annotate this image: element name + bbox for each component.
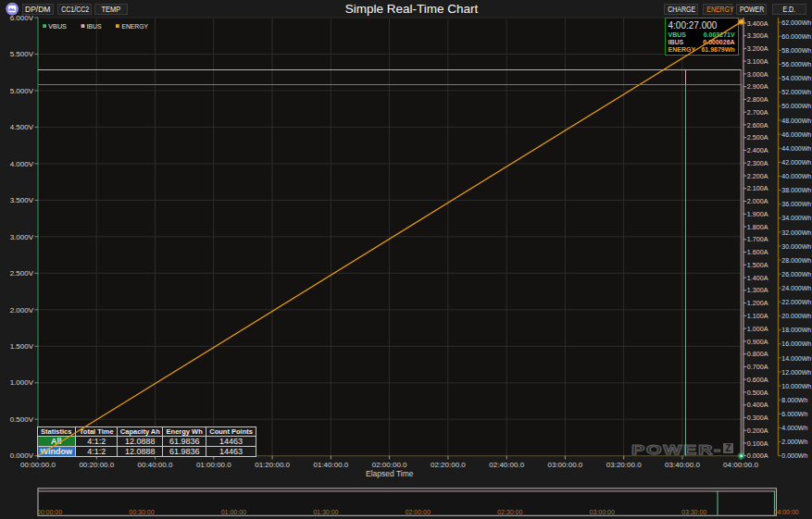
svg-text:2.500V: 2.500V [10,269,34,278]
svg-text:03:20:00.0: 03:20:00.0 [606,461,642,469]
svg-text:01:00:00: 01:00:00 [221,509,246,515]
svg-text:2.000V: 2.000V [10,306,34,315]
svg-text:42.000Wh: 42.000Wh [781,159,811,166]
svg-text:1.700A: 1.700A [747,235,768,243]
svg-text:00:40:00.0: 00:40:00.0 [138,461,173,469]
svg-text:14.000Wh: 14.000Wh [781,355,811,362]
svg-text:03:00:00: 03:00:00 [590,509,615,515]
svg-text:0.000A: 0.000A [747,451,768,460]
svg-text:03:40:00.0: 03:40:00.0 [665,461,700,469]
svg-text:1.500A: 1.500A [747,261,768,269]
svg-text:01:00:00.0: 01:00:00.0 [196,461,231,469]
svg-text:52.000Wh: 52.000Wh [781,89,811,95]
svg-text:8.000Wh: 8.000Wh [781,397,807,403]
svg-text:54.000Wh: 54.000Wh [781,75,811,81]
svg-text:4.000V: 4.000V [10,160,34,168]
svg-text:0.200A: 0.200A [747,426,768,435]
svg-text:3.000V: 3.000V [10,233,34,241]
svg-text:26.000Wh: 26.000Wh [781,271,811,278]
svg-text:0.100A: 0.100A [747,439,768,448]
svg-text:03:00:00.0: 03:00:00.0 [547,461,582,469]
svg-text:48.000Wh: 48.000Wh [781,117,811,124]
svg-text:1.200A: 1.200A [747,299,768,307]
svg-text:1.300A: 1.300A [747,286,768,294]
svg-text:00:00:00.0: 00:00:00.0 [20,461,56,469]
svg-text:02:00:00.0: 02:00:00.0 [372,461,407,469]
svg-text:2.700A: 2.700A [747,108,768,117]
svg-text:30.000Wh: 30.000Wh [781,243,811,250]
svg-text:02:20:00.0: 02:20:00.0 [431,461,466,469]
svg-text:1.000A: 1.000A [747,325,768,333]
svg-text:1.000V: 1.000V [10,378,34,387]
svg-text:01:40:00.0: 01:40:00.0 [313,461,348,469]
svg-text:60.000Wh: 60.000Wh [781,33,811,40]
svg-text:1.900A: 1.900A [747,210,768,218]
svg-text:50.000Wh: 50.000Wh [781,103,811,109]
svg-text:0.600A: 0.600A [747,376,768,384]
svg-text:0.000V: 0.000V [10,451,34,460]
svg-text:24.000Wh: 24.000Wh [781,285,811,291]
svg-text:3.000A: 3.000A [747,70,768,79]
svg-text:12.000Wh: 12.000Wh [781,369,811,376]
svg-text:04:00:00.0: 04:00:00.0 [723,461,758,469]
svg-text:03:30:00: 03:30:00 [681,509,706,515]
svg-text:0.500V: 0.500V [10,415,34,424]
svg-text:5.500V: 5.500V [10,50,34,58]
svg-text:3.500V: 3.500V [10,196,34,204]
svg-text:0.500A: 0.500A [747,389,768,397]
svg-text:5.000V: 5.000V [10,87,34,95]
svg-text:00:00:00: 00:00:00 [37,509,62,515]
svg-text:VBUS: VBUS [48,22,67,31]
svg-text:02:30:00: 02:30:00 [497,509,522,515]
svg-text:2.600A: 2.600A [747,121,768,130]
svg-text:0.900A: 0.900A [747,338,768,346]
svg-text:3.100A: 3.100A [747,57,768,66]
svg-text:0.800A: 0.800A [747,350,768,358]
svg-text:01:30:00: 01:30:00 [313,509,338,515]
svg-text:1.500V: 1.500V [10,342,34,351]
svg-text:4.500V: 4.500V [10,123,34,131]
svg-text:04:00:00: 04:00:00 [774,509,799,515]
svg-text:18.000Wh: 18.000Wh [781,327,811,333]
svg-text:3.300A: 3.300A [747,31,768,40]
svg-text:2.000A: 2.000A [747,197,768,205]
svg-text:IBUS: IBUS [86,22,101,31]
svg-text:0.700A: 0.700A [747,363,768,371]
svg-text:38.000Wh: 38.000Wh [781,187,811,193]
svg-text:20.000Wh: 20.000Wh [781,313,811,319]
svg-text:56.000Wh: 56.000Wh [781,61,811,68]
svg-text:2.000Wh: 2.000Wh [781,439,807,445]
svg-text:2.900A: 2.900A [747,82,768,91]
svg-text:34.000Wh: 34.000Wh [781,215,811,221]
svg-text:4.000Wh: 4.000Wh [781,425,807,431]
svg-text:44.000Wh: 44.000Wh [781,145,811,152]
svg-text:2.800A: 2.800A [747,95,768,104]
svg-text:40.000Wh: 40.000Wh [781,173,811,179]
svg-text:0.400A: 0.400A [747,401,768,409]
svg-text:00:30:00: 00:30:00 [129,509,154,515]
svg-text:1.600A: 1.600A [747,248,768,256]
svg-text:00:20:00.0: 00:20:00.0 [79,461,114,469]
svg-text:ENERGY: ENERGY [121,22,148,31]
svg-text:2.200A: 2.200A [747,172,768,180]
svg-text:1.100A: 1.100A [747,312,768,320]
svg-text:2.500A: 2.500A [747,133,768,142]
svg-text:22.000Wh: 22.000Wh [781,299,811,305]
svg-text:3.200A: 3.200A [747,44,768,53]
svg-text:Elapsed Time: Elapsed Time [366,469,414,478]
svg-text:32.000Wh: 32.000Wh [781,229,811,236]
svg-text:16.000Wh: 16.000Wh [781,340,811,347]
svg-text:0.300A: 0.300A [747,414,768,422]
svg-text:1.800A: 1.800A [747,223,768,231]
svg-text:01:20:00.0: 01:20:00.0 [255,461,290,469]
svg-text:3.400A: 3.400A [747,19,768,28]
svg-text:2.100A: 2.100A [747,184,768,192]
svg-text:1.400A: 1.400A [747,274,768,282]
svg-text:28.000Wh: 28.000Wh [781,257,811,264]
svg-text:02:40:00.0: 02:40:00.0 [489,461,524,469]
svg-text:58.000Wh: 58.000Wh [781,47,811,54]
svg-text:0.000Wh: 0.000Wh [781,452,807,459]
svg-text:46.000Wh: 46.000Wh [781,131,811,138]
svg-text:36.000Wh: 36.000Wh [781,201,811,207]
svg-text:62.000Wh: 62.000Wh [781,19,811,26]
